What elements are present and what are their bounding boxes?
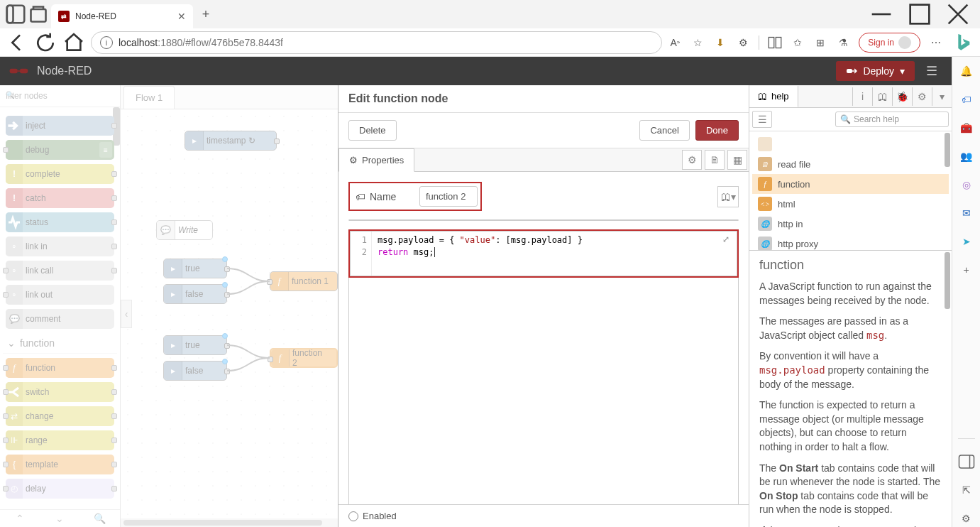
- tab-overview-icon[interactable]: [6, 4, 26, 24]
- canvas-node-true2[interactable]: ▸true: [163, 335, 227, 355]
- palette-node-linkcall[interactable]: ∘link call: [6, 261, 114, 281]
- deploy-button[interactable]: Deploy ▾: [836, 61, 915, 81]
- palette-node-status[interactable]: status: [6, 212, 114, 232]
- signin-button[interactable]: Sign in: [859, 33, 920, 53]
- palette-node-debug[interactable]: debug≡: [6, 140, 114, 160]
- nodelist-item-selected[interactable]: ffunction: [752, 174, 949, 194]
- palette-node-linkin[interactable]: ∘link in: [6, 237, 114, 256]
- flow-tab[interactable]: Flow 1: [123, 86, 175, 109]
- collections-icon[interactable]: ⊞: [813, 36, 827, 50]
- url-box[interactable]: i localhost:1880/#flow/476b5e78.8443f: [91, 31, 662, 54]
- onmessage-tab[interactable]: On Message: [544, 220, 642, 221]
- palette-node-complete[interactable]: !complete: [6, 164, 114, 184]
- palette-category-function[interactable]: ⌄function: [3, 333, 117, 354]
- tag-sidebar-icon[interactable]: 🏷: [958, 91, 975, 108]
- panel-icon[interactable]: [958, 453, 975, 470]
- palette-node-switch[interactable]: switch: [6, 382, 114, 402]
- share-icon[interactable]: ⇱: [958, 482, 975, 499]
- desc-icon[interactable]: 🗎: [705, 150, 725, 170]
- nodelist-item[interactable]: [752, 134, 949, 154]
- palette-node-delay[interactable]: ◴delay: [6, 479, 114, 499]
- collapse-palette-icon[interactable]: ‹: [121, 300, 132, 328]
- palette-node-catch[interactable]: !catch: [6, 188, 114, 208]
- help-nodelist: 🗎read file ffunction <>html 🌐http in 🌐ht…: [749, 131, 952, 251]
- read-aloud-icon[interactable]: A»: [668, 36, 682, 50]
- nodelist-item[interactable]: 🌐http proxy: [752, 234, 949, 251]
- outlook-icon[interactable]: ✉: [958, 205, 975, 222]
- canvas-node-false2[interactable]: ▸false: [163, 361, 227, 381]
- debug-tab-icon[interactable]: 🐞: [892, 87, 912, 106]
- onstop-tab[interactable]: On Stop: [642, 220, 738, 221]
- enabled-toggle[interactable]: [348, 511, 358, 521]
- copilot-icon[interactable]: ◎: [958, 176, 975, 193]
- settings-icon[interactable]: ⚙: [958, 510, 975, 527]
- close-window-icon[interactable]: [942, 3, 974, 26]
- people-icon[interactable]: 👥: [958, 148, 975, 165]
- help-search[interactable]: 🔍 Search help: [835, 112, 949, 127]
- send-icon[interactable]: ➤: [958, 233, 975, 250]
- nodelist-item[interactable]: 🌐http in: [752, 214, 949, 234]
- setup-tab[interactable]: ⚙Setup: [349, 220, 446, 221]
- palette-node-inject[interactable]: inject: [6, 116, 114, 136]
- workspaces-icon[interactable]: [28, 4, 48, 24]
- minimize-icon[interactable]: [865, 3, 898, 26]
- canvas-node-timestamp[interactable]: ▸timestamp ↻: [185, 131, 277, 151]
- bell-icon[interactable]: 🔔: [958, 63, 975, 80]
- extensions-icon[interactable]: ⚙: [736, 36, 750, 50]
- code-editor[interactable]: 12 msg.payload = { "value": [msg.payload…: [350, 231, 737, 276]
- palette-node-change[interactable]: ⇄change: [6, 406, 114, 426]
- nodelist-item[interactable]: <>html: [752, 194, 949, 214]
- canvas-node-write[interactable]: 💬Write: [156, 220, 213, 240]
- dropdown-tab-icon[interactable]: ▾: [932, 87, 952, 106]
- function-subtabs: ⚙Setup On Start On Message On Stop: [348, 219, 739, 221]
- done-button[interactable]: Done: [695, 120, 739, 141]
- cancel-button[interactable]: Cancel: [639, 120, 689, 141]
- new-tab-button[interactable]: +: [196, 4, 216, 24]
- more-icon[interactable]: ⋯: [929, 36, 943, 50]
- home-button[interactable]: [62, 31, 85, 54]
- nodelist-item[interactable]: 🗎read file: [752, 154, 949, 174]
- onstart-tab[interactable]: On Start: [446, 220, 544, 221]
- favorites-bar-icon[interactable]: ✩: [791, 36, 805, 50]
- split-screen-icon[interactable]: [768, 36, 782, 50]
- palette-expand-icon[interactable]: ⌄: [40, 510, 79, 527]
- name-input[interactable]: [419, 186, 478, 207]
- palette-collapse-icon[interactable]: ⌃: [0, 510, 40, 527]
- palette-node-linkout[interactable]: ∘link out: [6, 285, 114, 305]
- config-tab-icon[interactable]: ⚙: [912, 87, 932, 106]
- toc-icon[interactable]: ☰: [752, 111, 772, 128]
- favorite-icon[interactable]: ☆: [690, 36, 705, 50]
- palette-filter-input[interactable]: [3, 88, 117, 104]
- palette-node-range[interactable]: ⊪range: [6, 430, 114, 450]
- bing-icon[interactable]: [952, 31, 974, 54]
- canvas-node-false1[interactable]: ▸false: [163, 284, 227, 304]
- appearance-icon[interactable]: ▦: [727, 150, 747, 170]
- menu-button[interactable]: ☰: [920, 60, 943, 82]
- tab-close-icon[interactable]: ✕: [177, 11, 186, 22]
- palette-node-template[interactable]: {template: [6, 455, 114, 474]
- back-button[interactable]: [6, 31, 28, 54]
- help-tab[interactable]: 🕮help: [749, 86, 798, 107]
- delete-button[interactable]: Delete: [348, 120, 397, 141]
- site-info-icon[interactable]: i: [100, 36, 113, 49]
- refresh-button[interactable]: [34, 31, 57, 54]
- book-tab-icon[interactable]: 🕮: [872, 87, 892, 106]
- palette-node-comment[interactable]: 💬comment: [6, 309, 114, 329]
- extension2-icon[interactable]: ⚗: [836, 36, 850, 50]
- canvas-node-true1[interactable]: ▸true: [163, 259, 227, 278]
- name-bookmark-icon[interactable]: 🕮▾: [717, 186, 739, 207]
- doc-scrollbar[interactable]: [945, 252, 950, 309]
- maximize-icon[interactable]: [903, 3, 936, 26]
- canvas-node-function2[interactable]: ffunction 2: [270, 348, 338, 368]
- properties-tab[interactable]: ⚙ Properties: [338, 148, 414, 172]
- download-manager-icon[interactable]: ⬇: [713, 36, 727, 50]
- gear2-icon[interactable]: ⚙: [682, 150, 702, 170]
- expand-editor-icon[interactable]: ⤢: [722, 234, 734, 246]
- info-tab-icon[interactable]: i: [852, 87, 872, 106]
- plus-icon[interactable]: +: [958, 261, 975, 278]
- canvas-node-function1[interactable]: ffunction 1: [270, 271, 338, 291]
- browser-tab[interactable]: ⇄ Node-RED ✕: [51, 4, 193, 28]
- palette-node-function[interactable]: ffunction: [6, 358, 114, 378]
- palette-search-icon[interactable]: 🔍: [80, 510, 120, 527]
- toolbox-icon[interactable]: 🧰: [958, 119, 975, 136]
